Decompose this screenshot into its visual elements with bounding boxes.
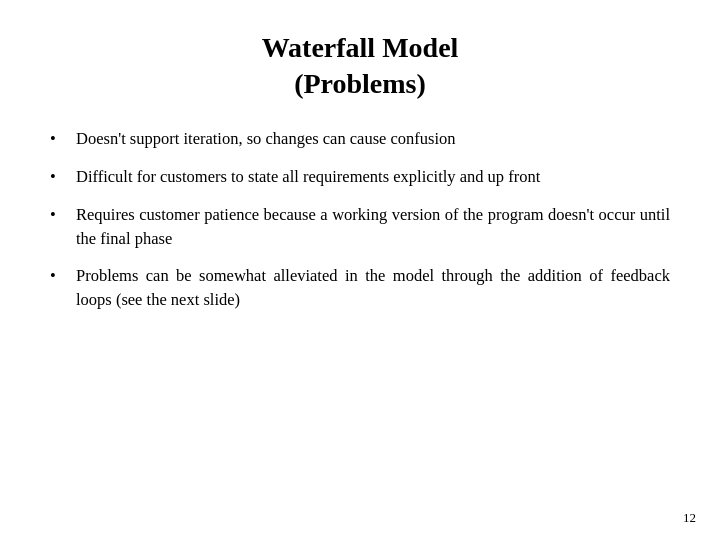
title-line1: Waterfall Model [262,32,459,63]
slide: Waterfall Model (Problems) • Doesn't sup… [0,0,720,540]
list-item: • Problems can be somewhat alleviated in… [50,264,670,312]
bullet-symbol: • [50,127,70,151]
slide-title: Waterfall Model (Problems) [50,30,670,103]
list-item: • Difficult for customers to state all r… [50,165,670,189]
bullet-text: Difficult for customers to state all req… [76,165,670,189]
bullet-text: Requires customer patience because a wor… [76,203,670,251]
slide-content: • Doesn't support iteration, so changes … [50,127,670,520]
bullet-text: Problems can be somewhat alleviated in t… [76,264,670,312]
bullet-symbol: • [50,264,70,288]
bullet-symbol: • [50,165,70,189]
list-item: • Requires customer patience because a w… [50,203,670,251]
title-line2: (Problems) [294,68,426,99]
bullet-list: • Doesn't support iteration, so changes … [50,127,670,327]
bullet-text: Doesn't support iteration, so changes ca… [76,127,670,151]
page-number: 12 [683,510,696,526]
list-item: • Doesn't support iteration, so changes … [50,127,670,151]
bullet-symbol: • [50,203,70,227]
